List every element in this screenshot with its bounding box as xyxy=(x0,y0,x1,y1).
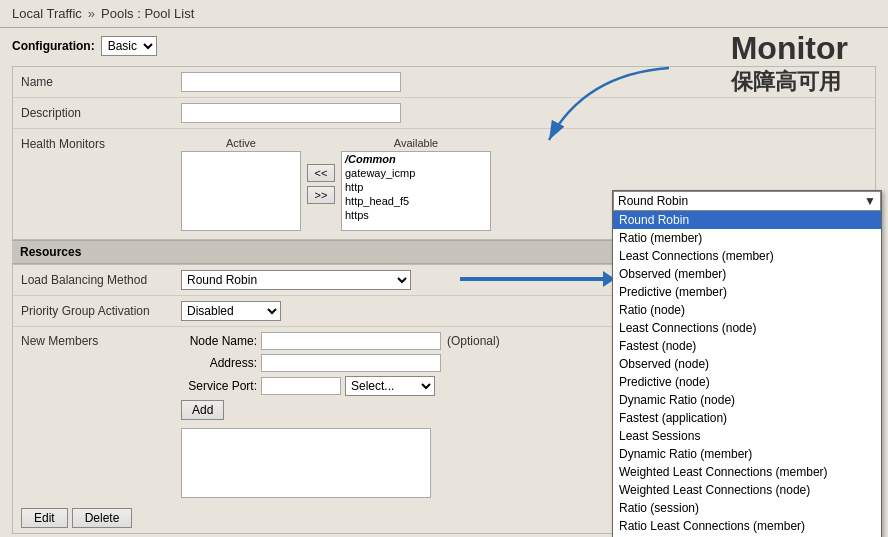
dropdown-item-9[interactable]: Predictive (node) xyxy=(613,373,881,391)
description-label: Description xyxy=(21,106,181,120)
dropdown-item-11[interactable]: Fastest (application) xyxy=(613,409,881,427)
section-name: Pools : Pool List xyxy=(101,6,194,21)
edit-button[interactable]: Edit xyxy=(21,508,68,528)
monitor-title: Monitor xyxy=(731,30,848,67)
available-item-https[interactable]: https xyxy=(342,208,490,222)
dropdown-item-3[interactable]: Observed (member) xyxy=(613,265,881,283)
breadcrumb: Local Traffic » Pools : Pool List xyxy=(0,0,888,28)
dropdown-item-16[interactable]: Ratio (session) xyxy=(613,499,881,517)
monitor-subtitle: 保障高可用 xyxy=(731,67,848,97)
description-control xyxy=(181,103,867,123)
delete-button[interactable]: Delete xyxy=(72,508,133,528)
config-label: Configuration: xyxy=(12,39,95,53)
breadcrumb-separator: » xyxy=(88,6,95,21)
dropdown-arrow-icon: ▼ xyxy=(864,194,876,208)
dropdown-item-8[interactable]: Observed (node) xyxy=(613,355,881,373)
lb-dropdown-overlay: Round Robin ▼ Round RobinRatio (member)L… xyxy=(612,190,882,537)
health-monitors-label: Health Monitors xyxy=(21,137,181,151)
available-item-http[interactable]: http xyxy=(342,180,490,194)
monitor-annotation: Monitor 保障高可用 xyxy=(731,30,848,97)
dropdown-item-15[interactable]: Weighted Least Connections (node) xyxy=(613,481,881,499)
lb-label: Load Balancing Method xyxy=(21,273,181,287)
description-row: Description xyxy=(13,98,875,129)
dropdown-item-7[interactable]: Fastest (node) xyxy=(613,337,881,355)
node-name-input[interactable] xyxy=(261,332,441,350)
add-button[interactable]: Add xyxy=(181,400,224,420)
available-item-http-head[interactable]: http_head_f5 xyxy=(342,194,490,208)
blue-arrow xyxy=(460,273,615,285)
dropdown-item-2[interactable]: Least Connections (member) xyxy=(613,247,881,265)
active-label: Active xyxy=(181,137,301,149)
dropdown-item-17[interactable]: Ratio Least Connections (member) xyxy=(613,517,881,535)
service-port-label: Service Port: xyxy=(181,379,261,393)
name-label: Name xyxy=(21,75,181,89)
app-name: Local Traffic xyxy=(12,6,82,21)
move-left-btn[interactable]: << xyxy=(307,164,335,182)
optional-text: (Optional) xyxy=(447,334,500,348)
dropdown-item-6[interactable]: Least Connections (node) xyxy=(613,319,881,337)
dropdown-item-12[interactable]: Least Sessions xyxy=(613,427,881,445)
config-select[interactable]: Basic xyxy=(101,36,157,56)
dropdown-header[interactable]: Round Robin ▼ xyxy=(613,191,881,211)
lb-select[interactable]: Round Robin xyxy=(181,270,411,290)
dropdown-item-0[interactable]: Round Robin xyxy=(613,211,881,229)
description-input[interactable] xyxy=(181,103,401,123)
dropdown-item-5[interactable]: Ratio (node) xyxy=(613,301,881,319)
active-box xyxy=(181,151,301,231)
new-members-label: New Members xyxy=(21,332,181,498)
dropdown-item-14[interactable]: Weighted Least Connections (member) xyxy=(613,463,881,481)
dropdown-item-4[interactable]: Predictive (member) xyxy=(613,283,881,301)
dropdown-list: Round RobinRatio (member)Least Connectio… xyxy=(613,211,881,537)
available-label: Available xyxy=(341,137,491,149)
move-right-btn[interactable]: >> xyxy=(307,186,335,204)
arrow-buttons: << >> xyxy=(307,164,335,204)
dropdown-header-value: Round Robin xyxy=(618,194,688,208)
available-box[interactable]: /Common gateway_icmp http http_head_f5 h… xyxy=(341,151,491,231)
service-select[interactable]: Select... xyxy=(345,376,435,396)
address-input[interactable] xyxy=(261,354,441,372)
priority-select[interactable]: Disabled xyxy=(181,301,281,321)
address-label: Address: xyxy=(181,356,261,370)
name-input[interactable] xyxy=(181,72,401,92)
members-textarea[interactable] xyxy=(181,428,431,498)
dropdown-item-1[interactable]: Ratio (member) xyxy=(613,229,881,247)
arrow-line xyxy=(460,277,603,281)
node-name-label: Node Name: xyxy=(181,334,261,348)
dropdown-item-13[interactable]: Dynamic Ratio (member) xyxy=(613,445,881,463)
priority-label: Priority Group Activation xyxy=(21,304,181,318)
dropdown-item-10[interactable]: Dynamic Ratio (node) xyxy=(613,391,881,409)
available-item-gateway[interactable]: gateway_icmp xyxy=(342,166,490,180)
available-item-common[interactable]: /Common xyxy=(342,152,490,166)
service-port-input[interactable] xyxy=(261,377,341,395)
